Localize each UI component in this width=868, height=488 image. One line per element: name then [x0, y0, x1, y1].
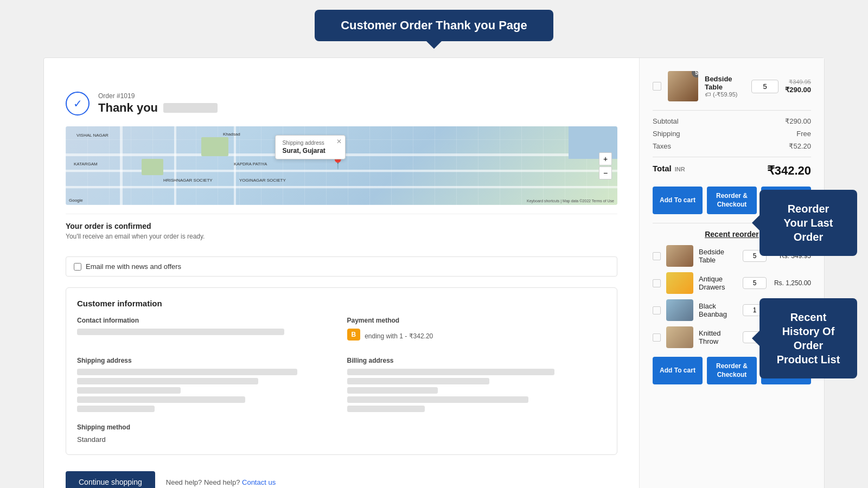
taxes-row: Taxes ₹52.20: [653, 142, 811, 150]
reorder-checkbox-1[interactable]: [653, 252, 661, 260]
shipping-line3: [77, 387, 181, 394]
reorder-item-2: Antique Drawers Rs. 1,250.00: [653, 272, 811, 294]
cart-item-image: 5: [668, 71, 698, 101]
map-label: HRISHNAGAR SOCIETY: [163, 178, 213, 183]
info-grid: Contact information Payment method B end…: [77, 317, 606, 415]
thank-you-text: Thank you: [98, 101, 218, 115]
shipping-line5: [77, 406, 155, 412]
confirmed-title: Your order is confirmed: [66, 222, 617, 230]
map-label: KATARGAM: [74, 162, 98, 166]
email-opt-checkbox[interactable]: [74, 263, 81, 271]
map-green: [142, 159, 163, 175]
page-header: Customer Order Thank you Page: [0, 0, 868, 57]
left-panel: ✓ Order #1019 Thank you: [44, 58, 640, 488]
shipping-address-label: Shipping address: [77, 357, 336, 364]
order-info: Order #1019 Thank you: [98, 92, 218, 115]
confirmed-subtitle: You'll receive an email when your order …: [66, 233, 617, 240]
customer-info-title: Customer information: [77, 299, 606, 308]
reorder-checkout-button-2[interactable]: Reorder & Checkout: [707, 357, 757, 384]
subtotal-row: Subtotal ₹290.00: [653, 117, 811, 125]
map-popup: ✕ Shipping address Surat, Gujarat: [275, 135, 346, 159]
reorder-checkout-button[interactable]: Reorder & Checkout: [707, 187, 757, 214]
divider: [653, 110, 811, 111]
contact-link[interactable]: Contact us: [242, 478, 276, 486]
contact-info-label: Contact information: [77, 317, 336, 324]
map-label: KAPDRA PATIYA: [234, 162, 267, 166]
shipping-method-section: Shipping method Standard: [77, 423, 606, 444]
contact-info-col: Contact information: [77, 317, 336, 346]
cart-item-quantity[interactable]: [751, 80, 778, 93]
reorder-checkbox-4[interactable]: [653, 333, 661, 342]
page-title-text: Customer Order Thank you Page: [341, 18, 527, 32]
cart-item-original-price: ₹349.95: [785, 79, 811, 86]
billing-address-label: Billing address: [347, 357, 607, 364]
reorder-checkbox-2[interactable]: [653, 279, 661, 287]
map-background: VISHAL NAGAR KATARGAM HRISHNAGAR SOCIETY…: [66, 126, 617, 205]
cart-item-details: Bedside Table 🏷 (-₹59.95): [705, 75, 745, 98]
payment-details: ending with 1 - ₹342.20: [365, 332, 433, 340]
reorder-add-to-cart-button[interactable]: Add To cart: [653, 357, 703, 384]
map-label: VISHAL NAGAR: [76, 133, 108, 138]
cart-item-final-price: ₹290.00: [785, 86, 811, 94]
email-opt-label: Email me with news and offers: [86, 262, 181, 271]
map-container: VISHAL NAGAR KATARGAM HRISHNAGAR SOCIETY…: [66, 126, 617, 205]
total-row: Total INR ₹342.20: [653, 164, 811, 178]
reorder-name-1: Bedside Table: [699, 248, 737, 264]
add-to-cart-button[interactable]: Add To cart: [653, 187, 703, 214]
map-controls: + −: [599, 152, 612, 179]
cart-item-discount: 🏷 (-₹59.95): [705, 91, 745, 98]
cart-item-prices: ₹349.95 ₹290.00: [785, 79, 811, 94]
map-label: YOGINAGAR SOCIETY: [239, 178, 286, 183]
map-zoom-in[interactable]: +: [599, 152, 612, 165]
continue-bar: Continue shopping Need help? Need help? …: [66, 466, 617, 488]
cart-item: 5 Bedside Table 🏷 (-₹59.95) ₹349.95 ₹290…: [653, 71, 811, 101]
billing-line2: [347, 378, 490, 384]
discount-icon: 🏷: [705, 91, 711, 98]
billing-address-col: Billing address: [347, 357, 607, 415]
reorder-image-4: [666, 326, 693, 348]
payment-method-label: Payment method: [347, 317, 607, 324]
map-road: [174, 126, 176, 205]
reorder-name-3: Black Beanbag: [699, 302, 737, 318]
map-copyright: Keyboard shortcuts | Map data ©2022 Term…: [527, 199, 614, 203]
shipping-line2: [77, 378, 258, 384]
reorder-qty-2[interactable]: [743, 277, 767, 289]
shipping-method-label: Shipping method: [77, 423, 606, 431]
billing-line1: [347, 369, 554, 375]
reorder-checkbox-3[interactable]: [653, 306, 661, 314]
reorder-name-4: Knitted Throw: [699, 329, 737, 345]
order-check-circle: ✓: [66, 92, 90, 115]
total-label: Total INR: [653, 164, 685, 178]
reorder-price-2: Rs. 1,250.00: [772, 279, 811, 287]
shipping-line1: [77, 369, 297, 375]
store-name: [66, 74, 125, 83]
billing-line5: [347, 406, 425, 412]
shipping-method-value: Standard: [77, 435, 606, 444]
reorder-image-3: [666, 299, 693, 321]
map-road: [66, 186, 617, 188]
cart-item-name: Bedside Table: [705, 75, 745, 91]
google-label: Google: [69, 198, 83, 203]
main-container: ✓ Order #1019 Thank you: [43, 57, 825, 488]
map-popup-location: Surat, Gujarat: [282, 147, 339, 155]
order-header: ✓ Order #1019 Thank you: [66, 92, 617, 115]
billing-line4: [347, 396, 528, 403]
reorder-image-2: [666, 272, 693, 294]
page-title: Customer Order Thank you Page: [315, 10, 553, 41]
map-label: Khadsad: [223, 132, 240, 137]
map-close-button[interactable]: ✕: [336, 138, 342, 145]
email-opt-section[interactable]: Email me with news and offers: [66, 256, 617, 277]
map-green: [201, 137, 228, 156]
right-panel: 5 Bedside Table 🏷 (-₹59.95) ₹349.95 ₹290…: [640, 58, 824, 488]
cart-item-checkbox[interactable]: [653, 82, 661, 91]
continue-shopping-button[interactable]: Continue shopping: [66, 471, 155, 488]
map-popup-label: Shipping address: [282, 140, 339, 146]
callout-history: Recent History Of Order Product List: [760, 298, 857, 378]
callout-reorder: Reorder Your Last Order: [760, 190, 857, 256]
need-help-text: Need help? Need help? Contact us: [166, 478, 276, 486]
map-zoom-out[interactable]: −: [599, 166, 612, 179]
reorder-name-2: Antique Drawers: [699, 275, 737, 291]
billing-line3: [347, 387, 438, 394]
divider-2: [653, 157, 811, 157]
shipping-row: Shipping Free: [653, 130, 811, 138]
